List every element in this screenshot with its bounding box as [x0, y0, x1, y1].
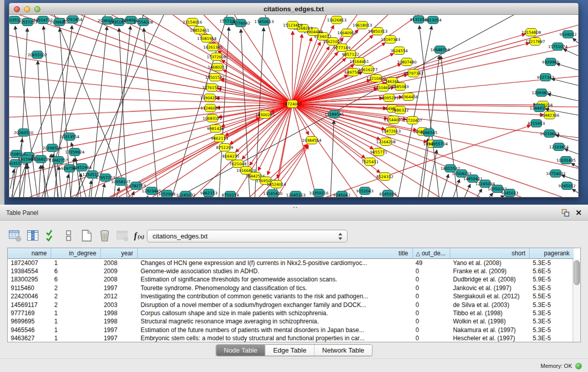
table-cell[interactable]: Embryonic stem cells: a model to study s…: [138, 334, 412, 342]
red-edge[interactable]: [9, 35, 292, 104]
table-cell[interactable]: 0: [412, 317, 450, 325]
table-cell[interactable]: Corpus callosum shape and size in male p…: [138, 309, 412, 317]
red-edge[interactable]: [9, 56, 292, 104]
red-edge[interactable]: [292, 104, 316, 197]
column-header-in_degree[interactable]: in_degree: [51, 248, 101, 258]
table-settings-icon[interactable]: [7, 228, 23, 243]
black-edge[interactable]: [489, 193, 493, 197]
network-canvas[interactable]: 1872400721154016188524611708195416261345…: [9, 15, 578, 197]
table-cell[interactable]: 5.5E-5: [530, 292, 574, 300]
table-cell[interactable]: 5.3E-5: [530, 309, 574, 317]
table-cell[interactable]: 0: [412, 309, 450, 317]
table-cell[interactable]: 9699695: [8, 317, 51, 325]
table-cell[interactable]: 0: [412, 334, 450, 342]
black-edge[interactable]: [573, 38, 578, 43]
table-cell[interactable]: 14569117: [8, 301, 51, 309]
table-cell[interactable]: 1: [51, 334, 101, 342]
table-cell[interactable]: Nakamura et al. (1997): [450, 326, 530, 334]
table-cell[interactable]: 9463627: [8, 334, 51, 342]
table-cell[interactable]: 18724007: [8, 258, 51, 267]
table-cell[interactable]: 1998: [101, 317, 138, 325]
black-edge[interactable]: [331, 120, 334, 197]
network-window-titlebar[interactable]: citations_edges.txt: [9, 3, 578, 15]
black-edge[interactable]: [548, 94, 578, 101]
table-cell[interactable]: 5.3E-5: [530, 301, 574, 309]
table-cell[interactable]: Dudbridge et al. (2008): [450, 275, 530, 283]
red-edge[interactable]: [292, 46, 578, 104]
table-row[interactable]: 1456911722003Disruption of a novel membe…: [8, 301, 574, 309]
tab-node-table[interactable]: Node Table: [216, 345, 266, 356]
table-cell[interactable]: 1: [51, 258, 101, 267]
black-edge[interactable]: [71, 158, 74, 197]
table-cell[interactable]: 5.3E-5: [530, 326, 574, 334]
node-table[interactable]: namein_degreeyeartitle△out_de...shortpag…: [7, 248, 581, 342]
show-columns-icon[interactable]: [25, 228, 40, 243]
table-cell[interactable]: 1998: [101, 309, 138, 317]
table-cell[interactable]: 5.3E-5: [530, 317, 574, 325]
table-row[interactable]: 946362711997Embryonic stem cells: a mode…: [8, 334, 574, 342]
table-scrollbar[interactable]: [573, 259, 580, 342]
table-cell[interactable]: 1997: [101, 326, 138, 334]
table-row[interactable]: 1830029562008Estimation of significance …: [8, 275, 574, 283]
scrollbar-thumb[interactable]: [574, 260, 580, 285]
table-cell[interactable]: 0: [412, 301, 450, 309]
red-edge[interactable]: [250, 144, 307, 197]
close-window-button[interactable]: [14, 6, 20, 12]
minimize-window-button[interactable]: [24, 6, 30, 12]
table-row[interactable]: 977716911998Corpus callosum shape and si…: [8, 309, 574, 317]
column-header-year[interactable]: year: [101, 248, 138, 258]
black-edge[interactable]: [557, 63, 578, 70]
red-edge[interactable]: [292, 38, 312, 104]
table-cell[interactable]: Hescheler et al. (1997): [450, 334, 530, 342]
column-header-title[interactable]: title: [138, 248, 412, 258]
table-cell[interactable]: Tibbo et al. (1998): [450, 309, 530, 317]
black-edge[interactable]: [64, 174, 69, 197]
red-edge[interactable]: [234, 15, 292, 104]
table-cell[interactable]: 5.6E-5: [530, 267, 574, 275]
panel-resize-handle[interactable]: [293, 206, 298, 209]
column-header-pagerank[interactable]: pagerank: [530, 248, 574, 258]
black-edge[interactable]: [28, 165, 32, 197]
network-canvas-container[interactable]: 1872400721154016188524611708195416261345…: [9, 15, 578, 197]
column-header-out_de[interactable]: △out_de...: [412, 248, 450, 258]
black-edge[interactable]: [59, 166, 61, 197]
table-cell[interactable]: 0: [412, 275, 450, 283]
table-cell[interactable]: 49: [412, 258, 450, 267]
table-cell[interactable]: Stergiakouli et al. (2012): [450, 292, 530, 300]
tab-network-table[interactable]: Network Table: [315, 345, 372, 356]
function-builder-icon[interactable]: f(x): [133, 228, 148, 243]
table-cell[interactable]: 1: [51, 326, 101, 334]
table-cell[interactable]: Investigating the contribution of common…: [138, 292, 412, 300]
table-cell[interactable]: 2009: [101, 267, 138, 275]
black-edge[interactable]: [572, 189, 578, 193]
table-cell[interactable]: Disruption of a novel member of a sodium…: [138, 301, 412, 309]
table-cell[interactable]: 2012: [101, 292, 138, 300]
zoom-window-button[interactable]: [34, 6, 40, 12]
table-panel-header[interactable]: Table Panel ✕: [0, 205, 588, 221]
table-cell[interactable]: Tourette syndrome. Phenomenology and cla…: [138, 284, 412, 292]
table-cell[interactable]: Estimation of significance thresholds fo…: [138, 275, 412, 283]
red-edge[interactable]: [277, 104, 292, 178]
table-cell[interactable]: Genome-wide association studies in ADHD.: [138, 267, 412, 275]
table-cell[interactable]: 6: [51, 275, 101, 283]
black-edge[interactable]: [147, 196, 148, 197]
red-edge[interactable]: [268, 145, 308, 197]
table-cell[interactable]: 5.9E-5: [530, 275, 574, 283]
table-cell[interactable]: 0: [412, 284, 450, 292]
black-edge[interactable]: [465, 184, 470, 197]
delete-table-icon[interactable]: [97, 228, 112, 243]
column-header-name[interactable]: name: [8, 248, 51, 258]
black-edge[interactable]: [39, 165, 40, 197]
table-cell[interactable]: Jankovic et al. (1997): [450, 284, 530, 292]
black-edge[interactable]: [102, 184, 104, 197]
table-cell[interactable]: 5.3E-5: [530, 334, 574, 342]
table-row[interactable]: 1872400712008Changes of HCN gene express…: [8, 258, 574, 267]
red-edge[interactable]: [277, 145, 309, 197]
table-cell[interactable]: 2008: [101, 258, 138, 267]
table-row[interactable]: 911546021997Tourette syndrome. Phenomeno…: [8, 284, 574, 292]
table-cell[interactable]: 5.3E-5: [530, 284, 574, 292]
table-cell[interactable]: 19384554: [8, 267, 51, 275]
black-edge[interactable]: [571, 163, 578, 167]
table-row[interactable]: 946554611997Estimation of the future num…: [8, 326, 574, 334]
table-cell[interactable]: 22420046: [8, 292, 51, 300]
